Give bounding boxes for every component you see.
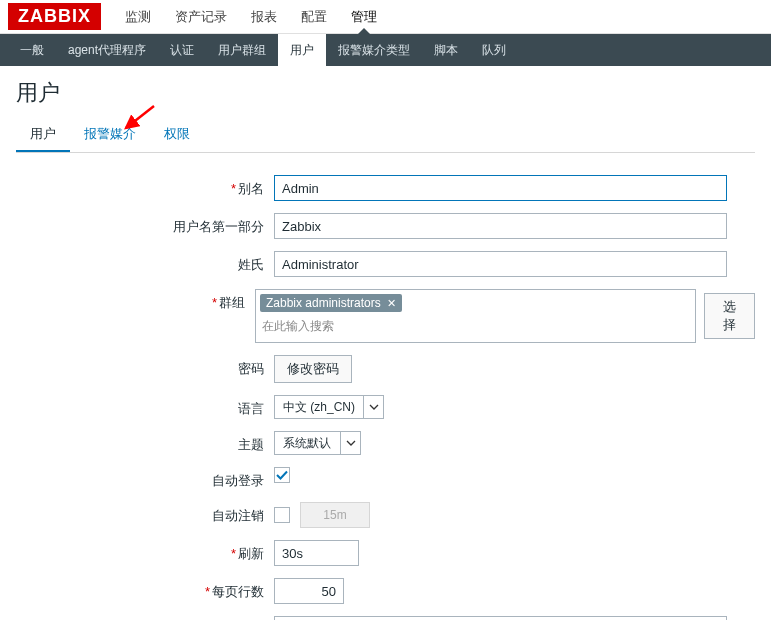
label-autologout: 自动注销 [16, 502, 274, 525]
tab-perms[interactable]: 权限 [150, 118, 204, 152]
tab-user[interactable]: 用户 [16, 118, 70, 152]
select-groups-button[interactable]: 选择 [704, 293, 755, 339]
sub-general[interactable]: 一般 [8, 34, 56, 66]
refresh-input[interactable] [274, 540, 359, 566]
autologout-value: 15m [300, 502, 370, 528]
autologin-checkbox[interactable] [274, 467, 290, 483]
sub-auth[interactable]: 认证 [158, 34, 206, 66]
sub-queue[interactable]: 队列 [470, 34, 518, 66]
name-input[interactable] [274, 213, 727, 239]
top-menu-reports[interactable]: 报表 [239, 0, 289, 34]
label-name: 用户名第一部分 [16, 213, 274, 236]
language-select[interactable]: 中文 (zh_CN) [274, 395, 384, 419]
label-surname: 姓氏 [16, 251, 274, 274]
top-menu-admin[interactable]: 管理 [339, 0, 389, 34]
top-menu-config[interactable]: 配置 [289, 0, 339, 34]
top-menu: 监测 资产记录 报表 配置 管理 [113, 0, 389, 34]
remove-tag-icon[interactable]: ✕ [387, 297, 396, 310]
top-bar: ZABBIX 监测 资产记录 报表 配置 管理 [0, 0, 771, 34]
top-menu-inventory[interactable]: 资产记录 [163, 0, 239, 34]
sub-scripts[interactable]: 脚本 [422, 34, 470, 66]
sub-bar: 一般 agent代理程序 认证 用户群组 用户 报警媒介类型 脚本 队列 [0, 34, 771, 66]
page-content: 用户 用户 报警媒介 权限 *别名 用户名第一部分 姓氏 *群组 Zabbix … [0, 66, 771, 620]
chevron-down-icon [340, 432, 360, 454]
sub-usergroups[interactable]: 用户群组 [206, 34, 278, 66]
change-password-button[interactable]: 修改密码 [274, 355, 352, 383]
rows-input[interactable] [274, 578, 344, 604]
label-password: 密码 [16, 355, 274, 378]
label-refresh: *刷新 [16, 540, 274, 563]
alias-input[interactable] [274, 175, 727, 201]
label-theme: 主题 [16, 431, 274, 454]
sub-proxy[interactable]: agent代理程序 [56, 34, 158, 66]
sub-users[interactable]: 用户 [278, 34, 326, 66]
group-tag: Zabbix administrators ✕ [260, 294, 402, 312]
label-rows: *每页行数 [16, 578, 274, 601]
sub-mediatypes[interactable]: 报警媒介类型 [326, 34, 422, 66]
groups-box[interactable]: Zabbix administrators ✕ 在此输入搜索 [255, 289, 696, 343]
autologout-checkbox[interactable] [274, 507, 290, 523]
chevron-down-icon [363, 396, 383, 418]
label-autologin: 自动登录 [16, 467, 274, 490]
logo: ZABBIX [8, 3, 101, 30]
label-url: URL (登录后) [16, 616, 274, 620]
url-input[interactable] [274, 616, 727, 620]
group-tag-label: Zabbix administrators [266, 296, 381, 310]
label-groups: *群组 [16, 289, 255, 312]
groups-search-placeholder: 在此输入搜索 [260, 312, 691, 337]
top-menu-monitoring[interactable]: 监测 [113, 0, 163, 34]
tabs: 用户 报警媒介 权限 [16, 118, 755, 153]
surname-input[interactable] [274, 251, 727, 277]
label-alias: *别名 [16, 175, 274, 198]
theme-select[interactable]: 系统默认 [274, 431, 361, 455]
page-title: 用户 [16, 78, 755, 108]
label-language: 语言 [16, 395, 274, 418]
tab-media[interactable]: 报警媒介 [70, 118, 150, 152]
